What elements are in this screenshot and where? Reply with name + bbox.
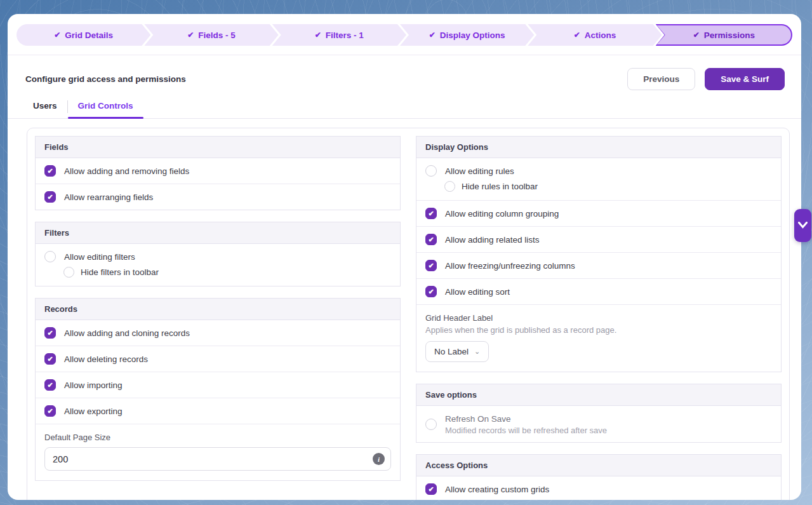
checkbox-refresh-on-save[interactable]: ✔ [425, 419, 437, 430]
permission-label: Allow freezing/unfreezing columns [445, 261, 575, 271]
permission-label: Hide rules in toolbar [462, 182, 538, 191]
checkbox-allow-deleting-records[interactable]: ✔ [44, 353, 56, 365]
section-filters: Filters ✔ Allow editing filters ✔ Hide f… [35, 222, 401, 286]
permission-label: Allow adding related lists [445, 235, 540, 245]
permission-row: ✔ Allow editing rules ✔ Hide rules in to… [416, 158, 781, 200]
section-display-options-header: Display Options [416, 137, 781, 158]
permission-row: ✔ Allow editing filters ✔ Hide filters i… [36, 244, 400, 286]
check-icon: ✔ [428, 262, 434, 269]
brand-logo-icon [798, 222, 808, 229]
step-check-icon: ✔ [429, 30, 436, 39]
permission-label: Allow adding and removing fields [64, 166, 189, 176]
permission-label: Allow editing sort [445, 287, 510, 297]
main-card: ✔ Grid Details ✔ Fields - 5 ✔ Filters - … [8, 14, 801, 500]
default-page-size-input[interactable] [44, 447, 391, 471]
page-title: Configure grid access and permissions [25, 74, 186, 84]
step-display-options[interactable]: ✔ Display Options [400, 24, 534, 46]
step-label: Permissions [704, 30, 755, 40]
header-buttons: Previous Save & Surf [627, 68, 785, 90]
step-check-icon: ✔ [693, 30, 700, 39]
checkbox-allow-importing[interactable]: ✔ [44, 379, 56, 391]
permission-label: Allow editing filters [64, 252, 135, 262]
left-column: Fields ✔ Allow adding and removing field… [35, 136, 401, 499]
section-display-options: Display Options ✔ Allow editing rules ✔ … [416, 136, 782, 372]
permission-label: Allow exporting [64, 407, 123, 416]
save-and-surf-button[interactable]: Save & Surf [705, 68, 785, 90]
step-fields[interactable]: ✔ Fields - 5 [144, 24, 278, 46]
checkbox-allow-adding-cloning-records[interactable]: ✔ [44, 327, 56, 339]
step-grid-details[interactable]: ✔ Grid Details [17, 24, 150, 46]
section-fields: Fields ✔ Allow adding and removing field… [35, 136, 401, 210]
permission-row: ✔ Allow importing [36, 372, 400, 398]
permission-row: ✔ Refresh On Save Modified records will … [416, 406, 781, 442]
wizard-stepper: ✔ Grid Details ✔ Fields - 5 ✔ Filters - … [8, 14, 801, 55]
step-filters[interactable]: ✔ Filters - 1 [272, 24, 406, 46]
permission-label: Allow importing [64, 380, 123, 390]
brand-tab-button[interactable] [794, 209, 811, 242]
tab-grid-controls[interactable]: Grid Controls [68, 101, 143, 118]
tab-users[interactable]: Users [25, 101, 67, 118]
previous-button[interactable]: Previous [627, 68, 695, 90]
page-header: Configure grid access and permissions Pr… [8, 55, 801, 90]
checkbox-allow-adding-related-lists[interactable]: ✔ [425, 234, 437, 245]
check-icon: ✔ [428, 288, 434, 295]
grid-header-label-dropdown[interactable]: No Label ⌄ [425, 341, 489, 362]
section-save-options-header: Save options [416, 384, 781, 406]
check-icon: ✔ [428, 236, 434, 243]
tab-label: Grid Controls [78, 101, 133, 111]
default-page-size-block: Default Page Size i [36, 424, 400, 480]
checkbox-allow-creating-custom-grids[interactable]: ✔ [425, 483, 437, 495]
permission-label: Allow editing column grouping [445, 209, 559, 219]
permission-row: ✔ Allow exporting [36, 398, 400, 424]
permission-label: Allow rearranging fields [64, 192, 153, 202]
step-check-icon: ✔ [315, 30, 321, 39]
permission-label: Allow adding and cloning records [64, 328, 190, 338]
permission-label: Refresh On Save [445, 414, 511, 424]
permission-label: Allow editing rules [445, 166, 514, 176]
checkbox-allow-editing-rules[interactable]: ✔ [425, 165, 437, 177]
checkbox-hide-filters-in-toolbar[interactable]: ✔ [63, 267, 74, 278]
check-icon: ✔ [428, 210, 434, 217]
section-records: Records ✔ Allow adding and cloning recor… [35, 298, 401, 481]
dropdown-value: No Label [434, 347, 469, 356]
check-icon: ✔ [47, 168, 53, 175]
active-tab-underline [68, 117, 143, 119]
grid-header-label-block: Grid Header Label Applies when the grid … [416, 304, 781, 372]
checkbox-allow-editing-column-grouping[interactable]: ✔ [425, 208, 437, 219]
permission-label: Hide filters in toolbar [81, 267, 159, 277]
chevron-down-icon: ⌄ [474, 348, 480, 355]
checkbox-allow-exporting[interactable]: ✔ [44, 405, 56, 417]
permission-label: Allow deleting records [64, 354, 148, 364]
permission-sublabel: Modified records will be refreshed after… [445, 426, 607, 435]
info-icon[interactable]: i [373, 453, 385, 465]
permission-row: ✔ Allow deleting records [36, 346, 400, 372]
checkbox-hide-rules-in-toolbar[interactable]: ✔ [444, 181, 455, 192]
section-access-options: Access Options ✔ Allow creating custom g… [416, 454, 782, 500]
checkbox-allow-freezing-columns[interactable]: ✔ [425, 260, 437, 271]
default-page-size-label: Default Page Size [44, 433, 391, 442]
permission-row: ✔ Allow freezing/unfreezing columns [416, 252, 781, 278]
check-icon: ✔ [428, 486, 434, 493]
section-records-header: Records [36, 299, 400, 320]
step-check-icon: ✔ [187, 30, 194, 39]
section-save-options: Save options ✔ Refresh On Save Modified … [416, 384, 782, 443]
permission-row: ✔ Allow editing column grouping [416, 200, 781, 226]
checkbox-allow-add-remove-fields[interactable]: ✔ [44, 165, 56, 177]
right-column: Display Options ✔ Allow editing rules ✔ … [416, 136, 782, 499]
step-actions[interactable]: ✔ Actions [528, 24, 662, 46]
checkbox-allow-rearranging-fields[interactable]: ✔ [44, 191, 56, 203]
step-label: Display Options [440, 30, 505, 40]
check-icon: ✔ [47, 356, 53, 363]
step-permissions[interactable]: ✔ Permissions [656, 24, 792, 46]
permission-row: ✔ Allow creating custom grids [416, 476, 781, 500]
step-label: Actions [585, 30, 616, 40]
check-icon: ✔ [47, 194, 53, 201]
step-label: Filters - 1 [326, 30, 364, 40]
section-fields-header: Fields [36, 137, 400, 158]
permission-label: Allow creating custom grids [445, 485, 549, 494]
permission-row: ✔ Allow adding and removing fields [36, 158, 400, 184]
permissions-panel: Fields ✔ Allow adding and removing field… [27, 128, 790, 500]
grid-header-label: Grid Header Label [425, 313, 772, 323]
checkbox-allow-editing-sort[interactable]: ✔ [425, 286, 437, 297]
checkbox-allow-editing-filters[interactable]: ✔ [44, 251, 56, 262]
